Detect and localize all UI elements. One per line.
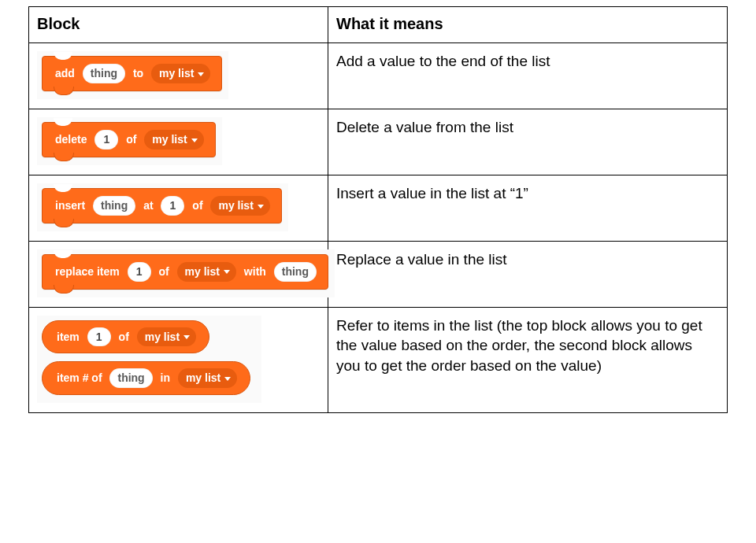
block-cell: replace item 1 of my list with thing [29, 241, 328, 307]
table-row: delete 1 of my list Delete a value from … [29, 109, 728, 175]
block-delete-of-list[interactable]: delete 1 of my list [42, 122, 216, 157]
block-group: item 1 of my list item # of thing in [42, 320, 250, 396]
label: of [156, 264, 172, 279]
table-row: add thing to my list Add a value to the … [29, 43, 728, 109]
label: replace item [52, 264, 123, 279]
label: of [123, 132, 139, 147]
label: at [140, 198, 156, 213]
desc-cell: Add a value to the end of the list [328, 43, 728, 109]
label: in [158, 371, 173, 386]
block-canvas: insert thing at 1 of my list [37, 183, 288, 231]
chevron-down-icon [224, 377, 231, 381]
block-item-number-of-list[interactable]: item # of thing in my list [42, 361, 250, 395]
label: of [189, 198, 206, 213]
block-canvas: delete 1 of my list [37, 117, 222, 165]
dropdown-label: my list [218, 199, 253, 212]
dropdown-label: my list [159, 67, 194, 79]
chevron-down-icon [224, 270, 230, 274]
desc-cell: Insert a value in the list at “1” [328, 175, 728, 241]
dropdown-label: my list [185, 265, 220, 278]
label: to [130, 66, 146, 81]
block-cell: delete 1 of my list [29, 109, 328, 175]
header-meaning: What it means [328, 7, 728, 43]
dropdown-list[interactable]: my list [151, 64, 210, 83]
text-slot-thing[interactable]: thing [274, 262, 317, 282]
chevron-down-icon [183, 335, 190, 339]
desc-cell: Replace a value in the list [328, 241, 728, 307]
number-slot[interactable]: 1 [128, 262, 151, 282]
chevron-down-icon [191, 139, 198, 142]
table-header-row: Block What it means [29, 7, 728, 43]
block-cell: add thing to my list [29, 43, 328, 109]
block-item-of-list[interactable]: item 1 of my list [42, 320, 209, 354]
dropdown-list[interactable]: my list [144, 130, 203, 150]
table-row: insert thing at 1 of my list Insert a va… [29, 175, 728, 241]
dropdown-label: my list [186, 371, 220, 384]
label: add [52, 66, 78, 81]
block-canvas: add thing to my list [37, 51, 228, 99]
label: item # of [54, 371, 106, 386]
block-canvas: replace item 1 of my list with thing [37, 249, 335, 297]
number-slot[interactable]: 1 [87, 327, 111, 347]
header-block: Block [29, 7, 328, 43]
block-add-to-list[interactable]: add thing to my list [42, 56, 222, 91]
dropdown-label: my list [152, 133, 187, 146]
chevron-down-icon [258, 205, 264, 209]
label: item [54, 330, 83, 345]
number-slot[interactable]: 1 [94, 130, 118, 150]
block-cell: insert thing at 1 of my list [29, 175, 328, 241]
block-canvas: item 1 of my list item # of thing in [37, 316, 261, 404]
table-row: replace item 1 of my list with thing Rep… [29, 241, 728, 307]
chevron-down-icon [198, 72, 204, 76]
page: Block What it means add thing to my list [0, 0, 756, 543]
label: with [241, 264, 269, 279]
blocks-table: Block What it means add thing to my list [28, 6, 728, 413]
dropdown-label: my list [145, 331, 180, 343]
desc-cell: Refer to items in the list (the top bloc… [328, 307, 728, 413]
desc-cell: Delete a value from the list [328, 109, 728, 175]
label: insert [52, 198, 88, 213]
label: delete [52, 132, 90, 147]
dropdown-list[interactable]: my list [177, 262, 236, 282]
dropdown-list[interactable]: my list [210, 196, 269, 216]
dropdown-list[interactable]: my list [137, 327, 196, 347]
text-slot-thing[interactable]: thing [93, 196, 135, 216]
number-slot[interactable]: 1 [161, 196, 184, 216]
block-replace-item-list[interactable]: replace item 1 of my list with thing [42, 254, 328, 290]
block-cell: item 1 of my list item # of thing in [29, 307, 328, 413]
text-slot-thing[interactable]: thing [83, 64, 125, 83]
text-slot-thing[interactable]: thing [109, 368, 152, 388]
label: of [116, 330, 132, 345]
block-insert-at-list[interactable]: insert thing at 1 of my list [42, 188, 282, 223]
dropdown-list[interactable]: my list [178, 368, 237, 388]
table-row: item 1 of my list item # of thing in [29, 307, 728, 413]
